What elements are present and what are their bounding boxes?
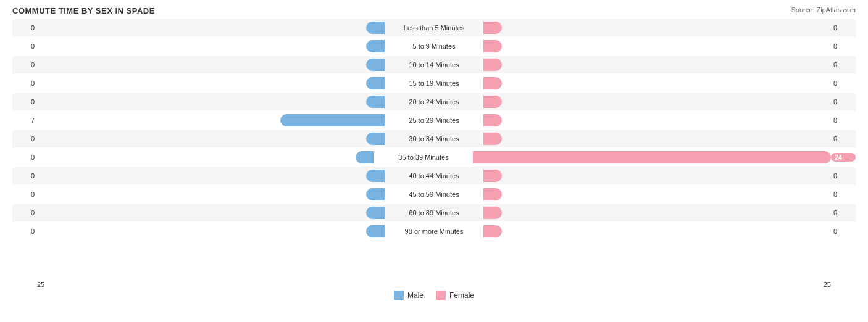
female-value: 0: [831, 228, 856, 235]
male-value: 0: [12, 154, 37, 161]
female-bar-container: [483, 77, 831, 89]
row-label: 45 to 59 Minutes: [385, 191, 483, 198]
row-label: 15 to 19 Minutes: [385, 80, 483, 87]
male-bar: [356, 151, 374, 163]
chart-title: COMMUTE TIME BY SEX IN SPADE: [12, 6, 856, 15]
female-value: 0: [831, 43, 856, 50]
legend-male: Male: [394, 291, 424, 300]
female-value: 0: [831, 191, 856, 198]
chart-row: 035 to 39 Minutes24: [12, 149, 856, 166]
male-bar: [366, 170, 385, 182]
row-label: 5 to 9 Minutes: [385, 43, 483, 50]
female-bar: [483, 188, 502, 200]
female-bar-container: [483, 188, 831, 200]
male-value: 0: [12, 98, 37, 105]
row-label: 90 or more Minutes: [385, 228, 483, 235]
bars-wrapper: 30 to 34 Minutes: [37, 130, 831, 147]
male-bar-container: [37, 40, 385, 52]
chart-row: 040 to 44 Minutes0: [12, 167, 856, 184]
female-value: 24: [831, 153, 856, 162]
female-bar-container: [483, 40, 831, 52]
bars-wrapper: 5 to 9 Minutes: [37, 38, 831, 55]
female-value: 0: [831, 24, 856, 31]
male-value: 0: [12, 43, 37, 50]
male-value: 0: [12, 172, 37, 180]
female-label: Female: [449, 291, 474, 300]
male-bar-container: [37, 225, 385, 237]
male-value: 0: [12, 135, 37, 142]
male-value: 0: [12, 209, 37, 217]
male-value: 0: [12, 228, 37, 235]
female-bar-container: [483, 22, 831, 34]
male-bar: [366, 133, 385, 145]
female-value: 0: [831, 172, 856, 180]
male-bar: [366, 96, 385, 108]
male-bar: [280, 114, 385, 126]
bars-wrapper: Less than 5 Minutes: [37, 19, 831, 36]
male-bar-container: [37, 96, 385, 108]
male-bar-container: [37, 151, 374, 163]
male-bar: [366, 225, 385, 237]
female-bar: [483, 40, 502, 52]
bars-wrapper: 40 to 44 Minutes: [37, 167, 831, 184]
female-value: 0: [831, 61, 856, 68]
female-bar: [483, 207, 502, 219]
male-value: 7: [12, 117, 37, 124]
female-value: 0: [831, 135, 856, 142]
legend-female: Female: [436, 291, 474, 300]
bars-wrapper: 25 to 29 Minutes: [37, 112, 831, 129]
row-label: 60 to 89 Minutes: [385, 209, 483, 217]
male-bar-container: [37, 59, 385, 71]
female-bar: [483, 59, 502, 71]
chart-row: 045 to 59 Minutes0: [12, 186, 856, 203]
female-bar: [473, 151, 831, 163]
chart-row: 010 to 14 Minutes0: [12, 56, 856, 73]
female-value: 0: [831, 98, 856, 105]
male-value: 0: [12, 61, 37, 68]
bars-wrapper: 35 to 39 Minutes: [37, 149, 831, 166]
chart-row: 030 to 34 Minutes0: [12, 130, 856, 147]
male-bar-container: [37, 188, 385, 200]
male-bar-container: [37, 133, 385, 145]
female-bar-container: [483, 207, 831, 219]
female-bar: [483, 77, 502, 89]
male-bar-container: [37, 77, 385, 89]
chart-row: 725 to 29 Minutes0: [12, 112, 856, 129]
x-axis: 25 25: [12, 278, 856, 288]
female-bar: [483, 170, 502, 182]
male-value: 0: [12, 80, 37, 87]
row-label: 20 to 24 Minutes: [385, 98, 483, 105]
female-bar-container: [483, 59, 831, 71]
chart-row: 05 to 9 Minutes0: [12, 38, 856, 55]
chart-row: 0Less than 5 Minutes0: [12, 19, 856, 36]
chart-container: COMMUTE TIME BY SEX IN SPADE Source: Zip…: [0, 0, 868, 322]
legend: Male Female: [12, 291, 856, 300]
male-bar: [366, 22, 385, 34]
male-bar: [366, 188, 385, 200]
bars-wrapper: 60 to 89 Minutes: [37, 204, 831, 221]
chart-row: 020 to 24 Minutes0: [12, 93, 856, 110]
row-label: 30 to 34 Minutes: [385, 135, 483, 142]
source-label: Source: ZipAtlas.com: [791, 6, 856, 14]
male-value: 0: [12, 24, 37, 31]
row-label: 35 to 39 Minutes: [374, 154, 473, 161]
female-bar: [483, 225, 502, 237]
male-bar: [366, 207, 385, 219]
female-bar-container: [473, 151, 831, 163]
female-bar-container: [483, 225, 831, 237]
male-bar: [366, 59, 385, 71]
female-value: 0: [831, 117, 856, 124]
axis-left-label: 25: [37, 281, 44, 288]
female-bar: [483, 133, 502, 145]
male-bar-container: [37, 22, 385, 34]
bars-wrapper: 10 to 14 Minutes: [37, 56, 831, 73]
axis-right-label: 25: [824, 281, 831, 288]
row-label: 25 to 29 Minutes: [385, 117, 483, 124]
row-label: 40 to 44 Minutes: [385, 172, 483, 180]
bars-wrapper: 15 to 19 Minutes: [37, 75, 831, 92]
male-bar: [366, 77, 385, 89]
bars-wrapper: 90 or more Minutes: [37, 223, 831, 240]
bars-wrapper: 45 to 59 Minutes: [37, 186, 831, 203]
male-swatch: [394, 291, 404, 300]
row-label: Less than 5 Minutes: [385, 24, 483, 31]
